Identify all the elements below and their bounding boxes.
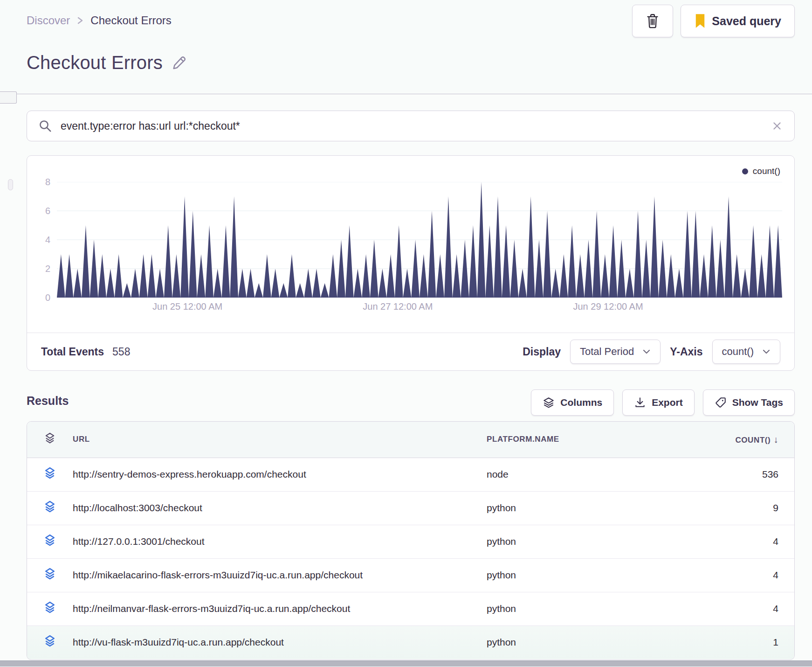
export-button[interactable]: Export [622, 389, 695, 416]
edit-title-pencil-icon[interactable] [171, 55, 187, 71]
chart-footer: Total Events 558 Display Total Period Y-… [27, 333, 794, 370]
table-header-row: URL PLATFORM.NAME COUNT()↓ [27, 422, 794, 458]
stack-drilldown-icon[interactable] [43, 534, 57, 548]
events-chart-panel: count() 02468 Jun 25 12:00 AMJun 27 12:0… [27, 155, 795, 371]
results-actions: Columns Export Show Tags [531, 389, 795, 416]
yaxis-label: Y-Axis [670, 346, 702, 358]
row-count: 536 [682, 458, 794, 491]
download-icon [634, 396, 646, 409]
search-input[interactable] [61, 120, 763, 132]
columns-button[interactable]: Columns [531, 389, 614, 416]
breadcrumb-discover-link[interactable]: Discover [27, 14, 70, 27]
sort-desc-icon: ↓ [773, 434, 778, 445]
export-button-label: Export [652, 397, 683, 408]
breadcrumb-current: Checkout Errors [90, 14, 171, 27]
horizontal-scrollbar[interactable] [0, 660, 812, 667]
y-axis-tick: 0 [45, 292, 50, 303]
results-table-panel: URL PLATFORM.NAME COUNT()↓ http://sentry… [27, 421, 795, 660]
total-events-label: Total Events [41, 346, 104, 358]
panel-drag-handle[interactable] [8, 179, 13, 190]
header-platform-column[interactable]: PLATFORM.NAME [487, 422, 682, 458]
row-platform: node [487, 458, 682, 491]
row-drilldown-cell [27, 491, 73, 525]
search-icon [38, 119, 52, 133]
row-drilldown-cell [27, 592, 73, 625]
display-dropdown[interactable]: Total Period [570, 340, 661, 364]
row-count: 4 [682, 592, 794, 625]
legend-dot-icon [742, 168, 748, 174]
breadcrumb: Discover Checkout Errors [27, 14, 172, 27]
row-url[interactable]: http://mikaelacarino-flask-errors-m3uuiz… [73, 558, 487, 592]
row-url[interactable]: http://sentry-demos-express.herokuapp.co… [73, 458, 487, 491]
table-row: http://localhost:3003/checkoutpython9 [27, 491, 794, 525]
y-axis-tick: 4 [45, 235, 50, 245]
y-axis-tick: 8 [45, 177, 50, 187]
x-axis-tick: Jun 27 12:00 AM [363, 301, 433, 312]
display-label: Display [523, 346, 561, 358]
total-events-value: 558 [112, 346, 130, 358]
header-drilldown-column [27, 422, 73, 458]
clear-search-icon[interactable] [771, 120, 783, 132]
header-actions: Saved query [632, 5, 795, 37]
row-platform: python [487, 525, 682, 558]
row-count: 9 [682, 491, 794, 525]
chevron-down-icon [762, 348, 771, 355]
trash-icon [645, 13, 660, 29]
row-platform: python [487, 491, 682, 525]
row-url[interactable]: http://localhost:3003/checkout [73, 491, 487, 525]
row-drilldown-cell [27, 458, 73, 491]
results-table: URL PLATFORM.NAME COUNT()↓ http://sentry… [27, 422, 794, 659]
chart-x-labels: Jun 25 12:00 AMJun 27 12:00 AMJun 29 12:… [57, 301, 782, 314]
stack-drilldown-icon[interactable] [43, 634, 57, 648]
page-title: Checkout Errors [27, 52, 163, 73]
row-platform: python [487, 592, 682, 625]
stack-drilldown-icon[interactable] [43, 500, 57, 514]
results-table-body: http://sentry-demos-express.herokuapp.co… [27, 458, 794, 659]
show-tags-button-label: Show Tags [732, 397, 783, 408]
delete-query-button[interactable] [632, 5, 673, 37]
yaxis-dropdown-value: count() [722, 346, 754, 358]
stack-drilldown-icon[interactable] [43, 601, 57, 615]
header-count-column[interactable]: COUNT()↓ [682, 422, 794, 458]
header-url-column[interactable]: URL [73, 422, 487, 458]
row-url[interactable]: http://vu-flask-m3uuizd7iq-uc.a.run.app/… [73, 625, 487, 659]
discover-page: Discover Checkout Errors Saved query [0, 0, 812, 667]
legend-label: count() [753, 166, 780, 176]
saved-query-button[interactable]: Saved query [681, 5, 795, 37]
show-tags-button[interactable]: Show Tags [703, 389, 795, 416]
chart-plot-area[interactable] [57, 182, 782, 298]
layers-icon [43, 432, 56, 445]
y-axis-tick: 6 [45, 206, 50, 216]
chevron-down-icon [642, 348, 651, 355]
table-row: http://mikaelacarino-flask-errors-m3uuiz… [27, 558, 794, 592]
layers-icon [543, 396, 555, 409]
chart-legend[interactable]: count() [742, 166, 780, 176]
row-platform: python [487, 558, 682, 592]
saved-query-label: Saved query [712, 14, 781, 28]
x-axis-tick: Jun 29 12:00 AM [573, 301, 643, 312]
sidebar-collapse-tab[interactable] [0, 91, 17, 104]
table-row: http://vu-flask-m3uuizd7iq-uc.a.run.app/… [27, 625, 794, 659]
row-drilldown-cell [27, 625, 73, 659]
stack-drilldown-icon[interactable] [43, 466, 57, 480]
chevron-right-icon [76, 15, 84, 26]
row-drilldown-cell [27, 558, 73, 592]
display-dropdown-value: Total Period [580, 346, 634, 358]
stack-drilldown-icon[interactable] [43, 567, 57, 581]
yaxis-dropdown[interactable]: count() [712, 340, 780, 364]
table-row: http://sentry-demos-express.herokuapp.co… [27, 458, 794, 491]
row-count: 1 [682, 625, 794, 659]
row-url[interactable]: http://127.0.0.1:3001/checkout [73, 525, 487, 558]
chart-y-labels: 02468 [43, 182, 54, 298]
table-row: http://neilmanvar-flask-errors-m3uuizd7i… [27, 592, 794, 625]
columns-button-label: Columns [560, 397, 602, 408]
row-url[interactable]: http://neilmanvar-flask-errors-m3uuizd7i… [73, 592, 487, 625]
row-count: 4 [682, 525, 794, 558]
page-header: Discover Checkout Errors Saved query [0, 0, 812, 94]
search-bar[interactable] [27, 111, 795, 141]
bookmark-icon [694, 14, 706, 28]
row-drilldown-cell [27, 525, 73, 558]
chart-area-svg [57, 182, 782, 298]
table-row: http://127.0.0.1:3001/checkoutpython4 [27, 525, 794, 558]
row-count: 4 [682, 558, 794, 592]
